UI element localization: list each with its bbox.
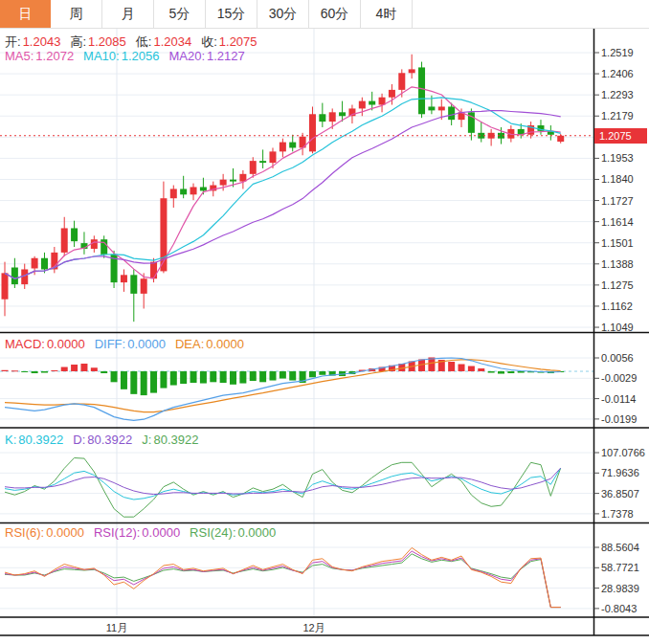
price-axis-label: 1.1049 xyxy=(601,322,634,333)
tab-week[interactable]: 周 xyxy=(51,0,102,28)
kdj-axis-label: 36.8507 xyxy=(601,489,639,500)
current-price-badge: 1.2075 xyxy=(594,128,647,144)
period-tab-bar: 日周月5分15分30分60分4时 xyxy=(0,0,649,29)
high-value: 1.2085 xyxy=(88,34,126,49)
rsi24-line xyxy=(5,554,561,608)
rsi6-line xyxy=(5,547,561,607)
macd-value: 0.0000 xyxy=(47,337,85,351)
j-value: 80.3922 xyxy=(153,433,198,447)
x-axis-month-label: 12月 xyxy=(293,621,335,635)
rsi6-label: RSI(6): xyxy=(5,525,44,540)
tab-day[interactable]: 日 xyxy=(0,0,51,28)
price-axis-label: 1.2406 xyxy=(601,69,634,79)
price-axis-label: 1.1840 xyxy=(601,174,634,185)
dea-value: 0.0000 xyxy=(206,337,244,351)
rsi-axis-label: 88.5604 xyxy=(601,543,639,553)
kdj-axis-label: 107.0766 xyxy=(601,448,645,458)
chart-canvas[interactable] xyxy=(0,0,649,644)
rsi-axis-label: 58.7721 xyxy=(601,563,639,573)
macd-axis-label: -0.0199 xyxy=(601,414,637,425)
price-axis-label: 1.2519 xyxy=(601,48,634,58)
ma5-label: MA5: xyxy=(5,49,34,63)
kdj-header-row: K:80.3922D:80.3922J:80.3922 xyxy=(5,433,200,447)
ma10-value: 1.2056 xyxy=(122,49,160,63)
price-axis-label: 1.2179 xyxy=(601,111,634,122)
k-value: 80.3922 xyxy=(18,433,63,447)
x-axis-month-label: 11月 xyxy=(96,621,138,635)
d-label: D: xyxy=(73,433,85,447)
d-value: 80.3922 xyxy=(87,433,132,447)
close-label: 收: xyxy=(201,34,217,49)
diff-value: 0.0000 xyxy=(127,337,166,351)
rsi24-value: 0.0000 xyxy=(238,525,277,540)
price-axis-label: 1.1727 xyxy=(601,196,634,207)
rsi12-label: RSI(12): xyxy=(94,525,140,540)
kdj-axis-label: 71.9636 xyxy=(601,468,639,478)
macd-label: MACD: xyxy=(5,337,45,351)
kdj-d-line xyxy=(5,468,561,494)
price-axis-label: 1.1501 xyxy=(601,238,634,249)
price-axis-label: 1.1614 xyxy=(601,217,634,228)
open-label: 开: xyxy=(5,34,21,49)
tab-60min[interactable]: 60分 xyxy=(309,0,361,28)
ma5-value: 1.2072 xyxy=(35,49,74,63)
j-label: J: xyxy=(142,433,151,447)
tab-month[interactable]: 月 xyxy=(102,0,154,28)
ma-row: MA5:1.2072MA10:1.2056MA20:1.2127 xyxy=(5,49,247,63)
tab-4hour[interactable]: 4时 xyxy=(361,0,413,28)
rsi6-value: 0.0000 xyxy=(46,525,84,540)
macd-axis-label: 0.0056 xyxy=(601,353,634,364)
high-label: 高: xyxy=(70,34,86,49)
k-label: K: xyxy=(5,433,16,447)
ma20-value: 1.2127 xyxy=(207,49,245,63)
macd-dea-line xyxy=(5,360,561,412)
diff-label: DIFF: xyxy=(95,337,126,351)
price-axis-label: 1.2293 xyxy=(601,90,634,100)
rsi-axis-label: -0.8043 xyxy=(601,604,637,614)
rsi12-line xyxy=(5,551,561,608)
macd-axis-label: -0.0029 xyxy=(601,373,637,384)
price-axis-label: 1.1953 xyxy=(601,153,634,164)
rsi-axis-label: 28.9839 xyxy=(601,584,639,594)
open-value: 1.2043 xyxy=(23,34,61,49)
kdj-axis-label: 1.7378 xyxy=(601,509,634,520)
price-axis-label: 1.1275 xyxy=(601,280,634,291)
ma20-label: MA20: xyxy=(168,49,205,63)
trading-chart-app: 日周月5分15分30分60分4时 开:1.2043高:1.2085低:1.203… xyxy=(0,0,649,644)
dea-label: DEA: xyxy=(175,337,204,351)
ma10-line xyxy=(5,98,561,278)
rsi-header-row: RSI(6):0.0000RSI(12):0.0000RSI(24):0.000… xyxy=(5,525,278,540)
tab-5min[interactable]: 5分 xyxy=(154,0,206,28)
low-value: 1.2034 xyxy=(153,34,191,49)
low-label: 低: xyxy=(136,34,152,49)
tab-15min[interactable]: 15分 xyxy=(206,0,257,28)
macd-axis-label: -0.0114 xyxy=(601,394,637,405)
close-value: 1.2075 xyxy=(219,34,257,49)
ma10-label: MA10: xyxy=(83,49,120,63)
price-axis-label: 1.1162 xyxy=(601,301,633,312)
macd-header-row: MACD:0.0000DIFF:0.0000DEA:0.0000 xyxy=(5,337,246,351)
tab-30min[interactable]: 30分 xyxy=(257,0,309,28)
price-axis-label: 1.1388 xyxy=(601,259,634,270)
rsi24-label: RSI(24): xyxy=(190,525,235,540)
rsi12-value: 0.0000 xyxy=(142,525,180,540)
